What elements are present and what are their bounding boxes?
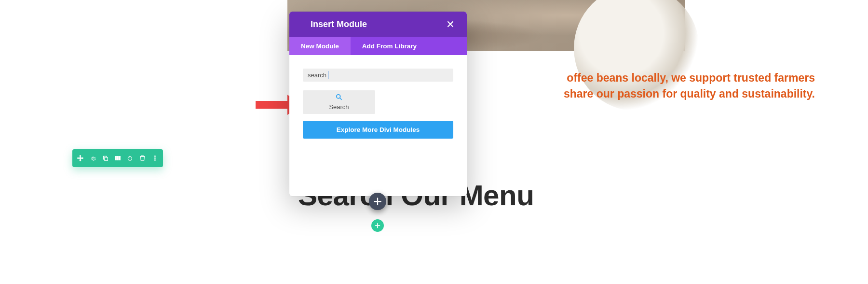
svg-point-9	[154, 159, 155, 160]
section-toolbar	[72, 149, 163, 167]
svg-rect-10	[256, 101, 289, 109]
svg-point-8	[154, 157, 155, 158]
modal-body: Search	[289, 55, 467, 114]
svg-line-13	[340, 98, 342, 100]
trash-icon[interactable]	[139, 155, 146, 162]
move-icon[interactable]	[77, 155, 83, 162]
insert-module-modal: Insert Module New Module Add From Librar…	[289, 12, 467, 196]
gear-icon[interactable]	[90, 155, 96, 162]
duplicate-icon[interactable]	[102, 155, 108, 162]
svg-rect-3	[117, 156, 118, 160]
search-icon	[336, 94, 342, 102]
explore-modules-button[interactable]: Explore More Divi Modules	[303, 121, 453, 139]
module-search-input[interactable]	[303, 69, 453, 82]
hero-caption-line1: offee beans locally, we support trusted …	[467, 70, 815, 86]
svg-point-7	[154, 156, 155, 156]
add-row-button[interactable]	[371, 219, 384, 232]
add-section-button[interactable]	[369, 193, 386, 210]
modal-title: Insert Module	[311, 19, 367, 29]
module-result-search[interactable]: Search	[303, 90, 375, 114]
text-caret	[328, 71, 328, 79]
hero-caption-line2: share our passion for quality and sustai…	[467, 86, 815, 102]
more-icon[interactable]	[152, 155, 158, 162]
power-icon[interactable]	[127, 155, 133, 162]
search-wrap	[303, 69, 453, 82]
svg-rect-1	[105, 157, 108, 160]
modal-tabs: New Module Add From Library	[289, 37, 467, 55]
close-icon[interactable]	[445, 18, 456, 31]
hero-caption: offee beans locally, we support trusted …	[467, 70, 868, 102]
modal-header: Insert Module	[289, 12, 467, 37]
svg-rect-4	[119, 156, 120, 160]
module-result-label: Search	[329, 103, 349, 111]
svg-rect-2	[115, 156, 116, 160]
tab-new-module[interactable]: New Module	[289, 37, 351, 55]
tab-add-from-library[interactable]: Add From Library	[351, 37, 428, 55]
columns-icon[interactable]	[115, 155, 121, 162]
